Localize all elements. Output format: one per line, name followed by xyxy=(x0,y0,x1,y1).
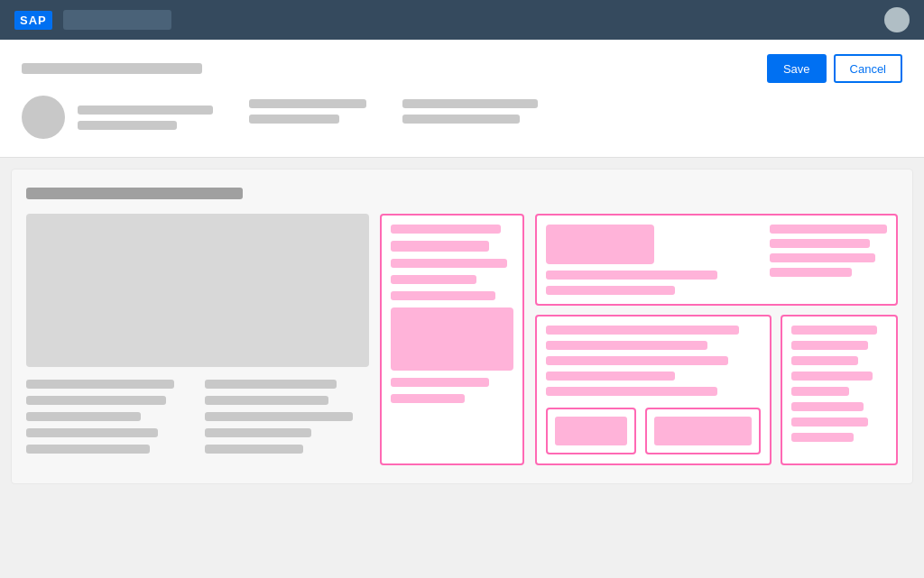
avatar-text-lines xyxy=(78,106,213,130)
small-card-left xyxy=(546,408,636,454)
right-card-line-4 xyxy=(770,268,852,277)
text-lines-grid xyxy=(26,380,369,454)
card-mid-right xyxy=(535,315,772,465)
main-content xyxy=(11,169,913,484)
pink-rect-big xyxy=(546,225,654,264)
pink-line-4 xyxy=(391,275,476,284)
text-line-8 xyxy=(205,428,311,437)
card-large-top-right xyxy=(770,225,887,295)
info-col-1 xyxy=(249,99,366,124)
right-card-line-2 xyxy=(770,239,870,248)
image-placeholder xyxy=(26,214,369,367)
mid-right-line-4 xyxy=(546,372,675,381)
mid-right-line-1 xyxy=(546,326,739,335)
avatar-area xyxy=(22,96,213,139)
far-right-line-2 xyxy=(791,341,868,350)
far-right-card xyxy=(781,315,898,465)
avatar xyxy=(22,96,65,139)
info-field-4 xyxy=(402,115,520,124)
far-right-line-7 xyxy=(791,417,868,427)
mid-right-line-5 xyxy=(546,387,717,396)
right-card-line-3 xyxy=(770,253,875,262)
small-cards-row xyxy=(546,408,761,454)
pink-line-6 xyxy=(391,378,489,387)
pink-line-5 xyxy=(391,291,495,300)
small-card-mid xyxy=(645,408,761,454)
left-column xyxy=(26,214,369,465)
text-line-9 xyxy=(26,445,150,454)
top-card-line-1 xyxy=(546,271,717,280)
pink-line-7 xyxy=(391,394,465,403)
small-card-block xyxy=(555,417,627,445)
far-right-line-4 xyxy=(791,372,873,381)
name-line-1 xyxy=(78,106,213,115)
mid-right-line-3 xyxy=(546,356,728,365)
far-right-line-5 xyxy=(791,387,849,396)
cancel-button[interactable]: Cancel xyxy=(834,54,902,83)
section-title xyxy=(26,188,243,199)
text-line-10 xyxy=(205,445,303,454)
text-line-1 xyxy=(26,380,174,389)
header-title xyxy=(22,63,202,74)
header-buttons: Save Cancel xyxy=(767,54,902,83)
pink-block-image xyxy=(391,307,513,371)
info-field-3 xyxy=(402,99,538,108)
text-line-2 xyxy=(205,380,337,389)
top-card-line-2 xyxy=(546,286,675,295)
header-info-row xyxy=(22,96,902,139)
content-grid xyxy=(26,214,898,465)
far-right-line-1 xyxy=(791,326,877,335)
text-line-5 xyxy=(26,412,141,421)
topbar: SAP xyxy=(0,0,924,40)
far-right-line-8 xyxy=(791,433,854,442)
far-right-line-3 xyxy=(791,356,858,365)
header-section: Save Cancel xyxy=(0,40,924,158)
info-field-2 xyxy=(249,115,339,124)
card-large-top-left xyxy=(546,225,761,295)
sap-logo: SAP xyxy=(14,11,52,30)
topbar-avatar[interactable] xyxy=(884,7,910,32)
far-right-line-6 xyxy=(791,402,864,411)
pink-line-1 xyxy=(391,225,501,234)
bottom-right-row xyxy=(535,315,898,465)
save-button[interactable]: Save xyxy=(767,54,827,83)
topbar-search-bar[interactable] xyxy=(63,10,171,30)
pink-line-3 xyxy=(391,259,507,268)
info-col-2 xyxy=(402,99,538,124)
text-line-6 xyxy=(205,412,353,421)
name-line-2 xyxy=(78,121,177,130)
topbar-left: SAP xyxy=(14,10,171,30)
header-title-bar: Save Cancel xyxy=(22,54,902,83)
middle-pink-card xyxy=(380,214,524,465)
text-line-7 xyxy=(26,428,158,437)
mid-right-line-2 xyxy=(546,341,707,350)
right-area xyxy=(535,214,898,465)
small-card-block-2 xyxy=(654,417,752,445)
right-card-line-1 xyxy=(770,225,887,234)
pink-line-2 xyxy=(391,241,489,252)
card-large-top xyxy=(535,214,898,306)
info-field-1 xyxy=(249,99,366,108)
text-line-3 xyxy=(26,396,166,405)
text-line-4 xyxy=(205,396,328,405)
